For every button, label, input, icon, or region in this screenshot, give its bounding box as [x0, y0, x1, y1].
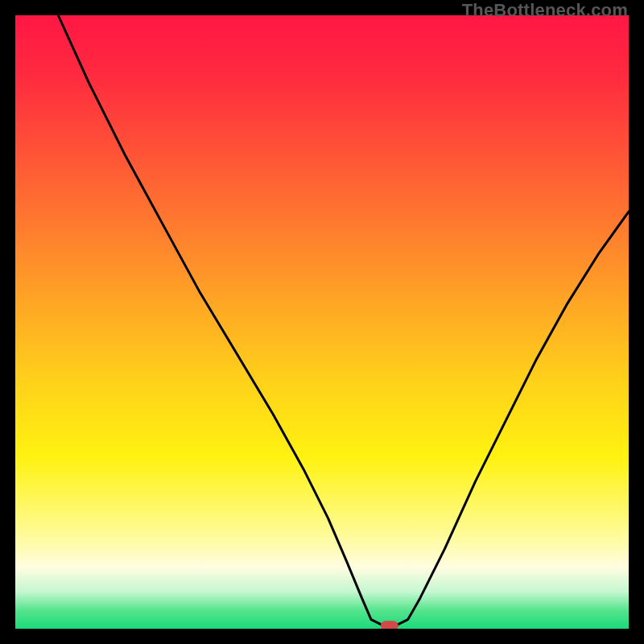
watermark: TheBottleneck.com [462, 0, 628, 21]
min-bottleneck-marker [381, 621, 398, 629]
bottleneck-chart [15, 15, 629, 629]
chart-background [15, 15, 629, 629]
chart-frame: { "watermark": "TheBottleneck.com", "col… [0, 0, 644, 644]
